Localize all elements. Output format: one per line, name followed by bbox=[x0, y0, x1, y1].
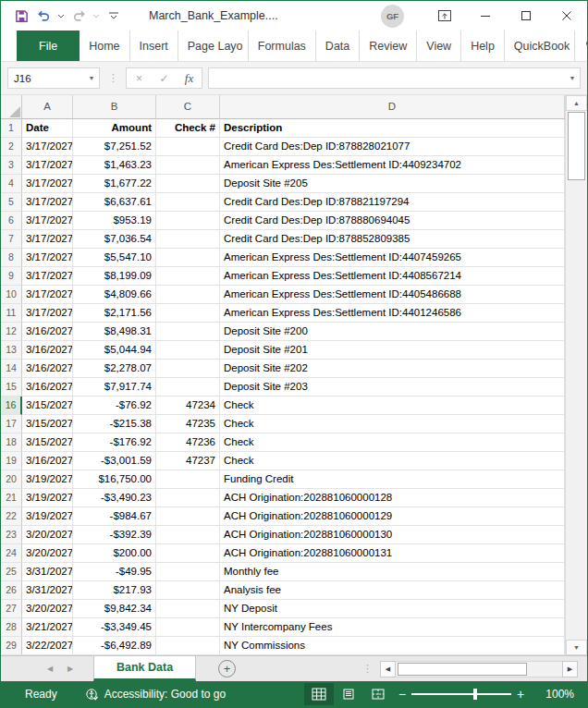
row-number[interactable]: 2 bbox=[1, 138, 22, 156]
formula-input[interactable]: ▾ bbox=[208, 67, 581, 89]
cell-a16[interactable]: 3/15/2027 bbox=[22, 397, 73, 415]
ribbon-tab-quickbook[interactable]: QuickBook bbox=[504, 31, 574, 61]
cell-c26[interactable] bbox=[156, 581, 220, 600]
cell-b8[interactable]: $5,547.10 bbox=[73, 249, 156, 267]
cell-c24[interactable] bbox=[156, 544, 220, 563]
minimize-button[interactable] bbox=[465, 2, 506, 30]
zoom-out-button[interactable]: − bbox=[393, 687, 411, 702]
undo-dropdown-icon[interactable] bbox=[56, 6, 66, 25]
account-avatar[interactable]: GF bbox=[381, 5, 404, 28]
select-all-corner[interactable] bbox=[1, 95, 22, 119]
vertical-scrollbar-track[interactable] bbox=[566, 180, 587, 640]
cell-a29[interactable]: 3/22/2027 bbox=[22, 637, 73, 655]
cell-c11[interactable] bbox=[156, 304, 220, 323]
row-number[interactable]: 1 bbox=[1, 119, 22, 138]
cell-a25[interactable]: 3/31/2027 bbox=[22, 563, 73, 581]
cell-c6[interactable] bbox=[156, 212, 220, 230]
cell-d11[interactable]: American Express Des:Settlement ID:44012… bbox=[220, 304, 565, 323]
cell-c9[interactable] bbox=[156, 267, 220, 286]
cell-c5[interactable] bbox=[156, 193, 220, 212]
cell-d24[interactable]: ACH Origination:202881060000131 bbox=[220, 544, 565, 563]
column-header-a[interactable]: A bbox=[22, 95, 73, 119]
cell-c1[interactable]: Check # bbox=[156, 119, 220, 138]
zoom-slider[interactable] bbox=[411, 683, 511, 705]
cell-a15[interactable]: 3/16/2027 bbox=[22, 378, 73, 397]
cell-b24[interactable]: $200.00 bbox=[73, 544, 156, 563]
cell-b20[interactable]: $16,750.00 bbox=[73, 470, 156, 489]
cell-d21[interactable]: ACH Origination:202881060000128 bbox=[220, 489, 565, 507]
cell-b19[interactable]: -$3,001.59 bbox=[73, 452, 156, 470]
cell-c16[interactable]: 47234 bbox=[156, 397, 220, 415]
cell-c27[interactable] bbox=[156, 600, 220, 618]
cell-d23[interactable]: ACH Origination:202881060000130 bbox=[220, 526, 565, 544]
cell-c15[interactable] bbox=[156, 378, 220, 397]
cell-a24[interactable]: 3/20/2027 bbox=[22, 544, 73, 563]
cell-c19[interactable]: 47237 bbox=[156, 452, 220, 470]
cell-b16[interactable]: -$76.92 bbox=[73, 397, 156, 415]
ribbon-tab-view[interactable]: View bbox=[416, 31, 460, 61]
cell-b26[interactable]: $217.93 bbox=[73, 581, 156, 600]
row-number[interactable]: 27 bbox=[1, 600, 22, 618]
cell-c13[interactable] bbox=[156, 341, 220, 360]
cell-a11[interactable]: 3/17/2027 bbox=[22, 304, 73, 323]
ribbon-tab-help[interactable]: Help bbox=[460, 31, 504, 61]
cell-a21[interactable]: 3/19/2027 bbox=[22, 489, 73, 507]
insert-function-icon[interactable]: fx bbox=[177, 71, 202, 86]
cell-d4[interactable]: Deposit Site #205 bbox=[220, 175, 565, 193]
cell-a14[interactable]: 3/16/2027 bbox=[22, 360, 73, 378]
cell-d19[interactable]: Check bbox=[220, 452, 565, 470]
cell-c2[interactable] bbox=[156, 138, 220, 156]
cell-d3[interactable]: American Express Des:Settlement ID:44092… bbox=[220, 156, 565, 175]
cell-d14[interactable]: Deposit Site #202 bbox=[220, 360, 565, 378]
cell-d8[interactable]: American Express Des:Settlement ID:44074… bbox=[220, 249, 565, 267]
cell-b28[interactable]: -$3,349.45 bbox=[73, 618, 156, 637]
cell-a20[interactable]: 3/19/2027 bbox=[22, 470, 73, 489]
cell-d2[interactable]: Credit Card Des:Dep ID:878828021077 bbox=[220, 138, 565, 156]
sheet-tab-bank-data[interactable]: Bank Data bbox=[93, 656, 196, 681]
cell-a17[interactable]: 3/15/2027 bbox=[22, 415, 73, 433]
cell-d5[interactable]: Credit Card Des:Dep ID:878821197294 bbox=[220, 193, 565, 212]
cell-d29[interactable]: NY Commissions bbox=[220, 637, 565, 655]
column-header-c[interactable]: C bbox=[156, 95, 220, 119]
cell-b11[interactable]: $2,171.56 bbox=[73, 304, 156, 323]
zoom-level[interactable]: 100% bbox=[535, 688, 574, 701]
ribbon-tab-formulas[interactable]: Formulas bbox=[248, 31, 315, 61]
row-number[interactable]: 6 bbox=[1, 212, 22, 230]
cell-b15[interactable]: $7,917.74 bbox=[73, 378, 156, 397]
cell-c28[interactable] bbox=[156, 618, 220, 637]
sheet-nav-left-icon[interactable]: ◀ bbox=[40, 656, 60, 681]
cell-b21[interactable]: -$3,490.23 bbox=[73, 489, 156, 507]
row-number[interactable]: 18 bbox=[1, 433, 22, 452]
cell-a8[interactable]: 3/17/2027 bbox=[22, 249, 73, 267]
cell-d10[interactable]: American Express Des:Settlement ID:44054… bbox=[220, 286, 565, 304]
row-number[interactable]: 14 bbox=[1, 360, 22, 378]
cell-b14[interactable]: $2,278.07 bbox=[73, 360, 156, 378]
cell-b7[interactable]: $7,036.54 bbox=[73, 230, 156, 249]
row-number[interactable]: 11 bbox=[1, 304, 22, 323]
cell-c10[interactable] bbox=[156, 286, 220, 304]
cell-a27[interactable]: 3/20/2027 bbox=[22, 600, 73, 618]
row-number[interactable]: 15 bbox=[1, 378, 22, 397]
cell-b23[interactable]: -$392.39 bbox=[73, 526, 156, 544]
vertical-scrollbar-thumb[interactable] bbox=[568, 112, 585, 180]
formula-expand-icon[interactable]: ▾ bbox=[570, 74, 574, 82]
ribbon-tab-data[interactable]: Data bbox=[315, 31, 359, 61]
ribbon-tab-insert[interactable]: Insert bbox=[129, 31, 178, 61]
cell-b18[interactable]: -$176.92 bbox=[73, 433, 156, 452]
scroll-down-icon[interactable]: ▼ bbox=[566, 640, 587, 655]
cell-a26[interactable]: 3/31/2027 bbox=[22, 581, 73, 600]
row-number[interactable]: 23 bbox=[1, 526, 22, 544]
cell-a19[interactable]: 3/16/2027 bbox=[22, 452, 73, 470]
cell-c29[interactable] bbox=[156, 637, 220, 655]
ribbon-tab-page-layo[interactable]: Page Layo bbox=[178, 31, 248, 61]
cell-c20[interactable] bbox=[156, 470, 220, 489]
new-sheet-button[interactable]: + bbox=[218, 660, 236, 677]
sheet-nav-right-icon[interactable]: ▶ bbox=[60, 656, 80, 681]
cell-c23[interactable] bbox=[156, 526, 220, 544]
undo-icon[interactable] bbox=[34, 6, 53, 25]
cell-a28[interactable]: 3/21/2027 bbox=[22, 618, 73, 637]
cell-b1[interactable]: Amount bbox=[73, 119, 156, 138]
row-number[interactable]: 20 bbox=[1, 470, 22, 489]
row-number[interactable]: 7 bbox=[1, 230, 22, 249]
cell-a13[interactable]: 3/16/2027 bbox=[22, 341, 73, 360]
